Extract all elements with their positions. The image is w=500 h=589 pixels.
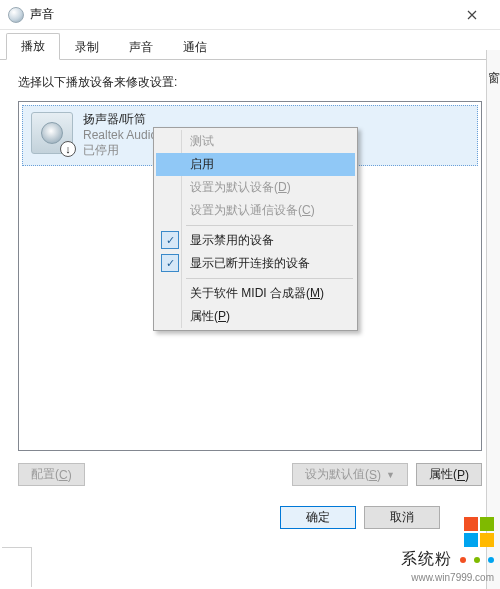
instruction-text: 选择以下播放设备来修改设置: [18, 74, 482, 91]
disabled-badge-icon [60, 141, 76, 157]
menu-set-default[interactable]: 设置为默认设备(D) [156, 176, 355, 199]
watermark: 系统粉 www.win7999.com [401, 517, 494, 583]
close-icon [467, 10, 477, 20]
tab-content: 选择以下播放设备来修改设置: 扬声器/听筒 Realtek Audio 已停用 … [0, 60, 500, 451]
tab-sounds[interactable]: 声音 [114, 34, 168, 60]
check-icon: ✓ [161, 254, 179, 272]
tab-communications[interactable]: 通信 [168, 34, 222, 60]
device-listbox[interactable]: 扬声器/听筒 Realtek Audio 已停用 测试 启用 设置为默认设备(D… [18, 101, 482, 451]
app-icon [8, 7, 24, 23]
menu-separator [186, 278, 353, 279]
check-icon: ✓ [161, 231, 179, 249]
dropdown-caret-icon: ▼ [386, 470, 395, 480]
configure-button[interactable]: 配置(C) [18, 463, 85, 486]
device-context-menu: 测试 启用 设置为默认设备(D) 设置为默认通信设备(C) ✓ 显示禁用的设备 … [153, 127, 358, 331]
adjacent-panel-left [2, 547, 32, 587]
menu-about-midi[interactable]: 关于软件 MIDI 合成器(M) [156, 282, 355, 305]
tab-bar: 播放 录制 声音 通信 [0, 30, 500, 60]
menu-properties[interactable]: 属性(P) [156, 305, 355, 328]
window-title: 声音 [30, 6, 452, 23]
menu-enable[interactable]: 启用 [156, 153, 355, 176]
device-icon-wrap [31, 112, 73, 154]
windows-logo-icon [464, 517, 494, 547]
watermark-text: 系统粉 [401, 549, 452, 570]
menu-set-default-comm[interactable]: 设置为默认通信设备(C) [156, 199, 355, 222]
device-text: 扬声器/听筒 Realtek Audio 已停用 [83, 112, 157, 159]
tab-recording[interactable]: 录制 [60, 34, 114, 60]
menu-separator [186, 225, 353, 226]
device-driver: Realtek Audio [83, 128, 157, 144]
titlebar: 声音 [0, 0, 500, 30]
properties-button[interactable]: 属性(P) [416, 463, 482, 486]
menu-show-disabled[interactable]: ✓ 显示禁用的设备 [156, 229, 355, 252]
close-button[interactable] [452, 0, 492, 30]
ok-button[interactable]: 确定 [280, 506, 356, 529]
device-button-row: 配置(C) 设为默认值(S)▼ 属性(P) [0, 451, 500, 486]
menu-show-disconnected[interactable]: ✓ 显示已断开连接的设备 [156, 252, 355, 275]
tab-playback[interactable]: 播放 [6, 33, 60, 60]
watermark-url: www.win7999.com [411, 572, 494, 583]
menu-test[interactable]: 测试 [156, 130, 355, 153]
set-default-button[interactable]: 设为默认值(S)▼ [292, 463, 408, 486]
adjacent-panel: 窗 [486, 50, 500, 589]
device-name: 扬声器/听筒 [83, 112, 157, 128]
device-status: 已停用 [83, 143, 157, 159]
